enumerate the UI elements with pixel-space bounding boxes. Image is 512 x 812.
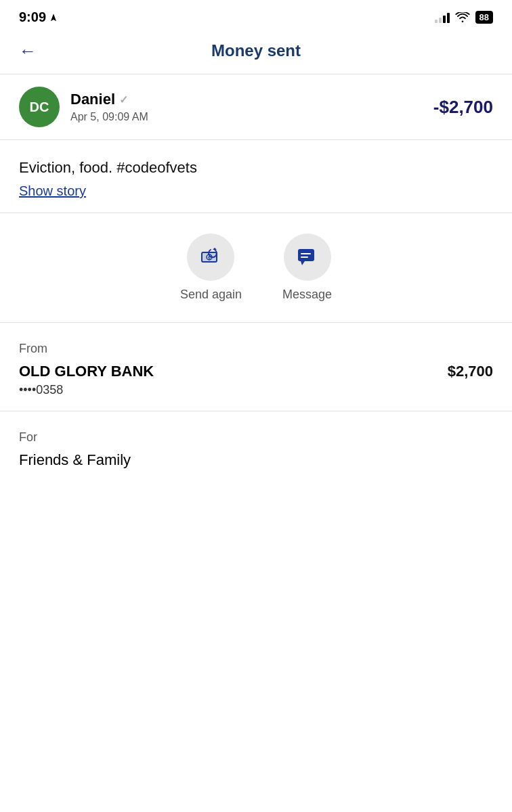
for-value: Friends & Family [19, 451, 493, 469]
time-label: 9:09 [19, 9, 46, 25]
send-again-label: Send again [180, 288, 242, 302]
send-again-icon: $ [198, 244, 223, 270]
page-header: ← Money sent [0, 30, 512, 74]
memo-section: Eviction, food. #codeofvets Show story [0, 140, 512, 212]
transaction-row: DC Daniel ✓ Apr 5, 09:09 AM -$2,700 [0, 74, 512, 139]
bank-info: OLD GLORY BANK ••••0358 [19, 363, 154, 397]
verified-icon: ✓ [119, 93, 128, 106]
status-bar: 9:09 88 [0, 0, 512, 30]
location-icon [49, 13, 58, 22]
actions-section: $ Send again Message [0, 213, 512, 322]
wifi-icon [455, 12, 470, 23]
from-amount: $2,700 [448, 363, 493, 380]
status-time: 9:09 [19, 9, 58, 25]
battery-level: 88 [479, 12, 489, 22]
transaction-amount: -$2,700 [433, 97, 493, 118]
battery-indicator: 88 [475, 11, 493, 24]
bank-name: OLD GLORY BANK [19, 363, 154, 380]
account-number: ••••0358 [19, 383, 154, 397]
for-label: For [19, 430, 493, 445]
from-section: From OLD GLORY BANK ••••0358 $2,700 [0, 323, 512, 411]
message-label: Message [282, 288, 332, 302]
show-story-button[interactable]: Show story [19, 183, 86, 199]
signal-icon [435, 12, 450, 23]
for-section: For Friends & Family [0, 411, 512, 482]
memo-text: Eviction, food. #codeofvets [19, 159, 493, 177]
status-icons: 88 [435, 11, 493, 24]
from-detail-row: OLD GLORY BANK ••••0358 $2,700 [19, 363, 493, 397]
message-icon [295, 245, 320, 269]
message-action[interactable]: Message [282, 233, 332, 302]
transaction-info: Daniel ✓ Apr 5, 09:09 AM [70, 91, 433, 123]
svg-rect-5 [298, 249, 314, 261]
send-again-circle: $ [187, 233, 234, 281]
from-label: From [19, 342, 493, 356]
transaction-name: Daniel ✓ [70, 91, 433, 108]
svg-marker-6 [301, 261, 305, 265]
avatar-initials: DC [30, 99, 49, 115]
page-title: Money sent [211, 41, 301, 60]
message-circle [284, 233, 331, 281]
back-button[interactable]: ← [19, 41, 37, 62]
send-again-action[interactable]: $ Send again [180, 233, 242, 302]
svg-marker-4 [213, 248, 217, 250]
transaction-date: Apr 5, 09:09 AM [70, 111, 433, 123]
recipient-name: Daniel [70, 91, 115, 108]
avatar: DC [19, 87, 60, 127]
